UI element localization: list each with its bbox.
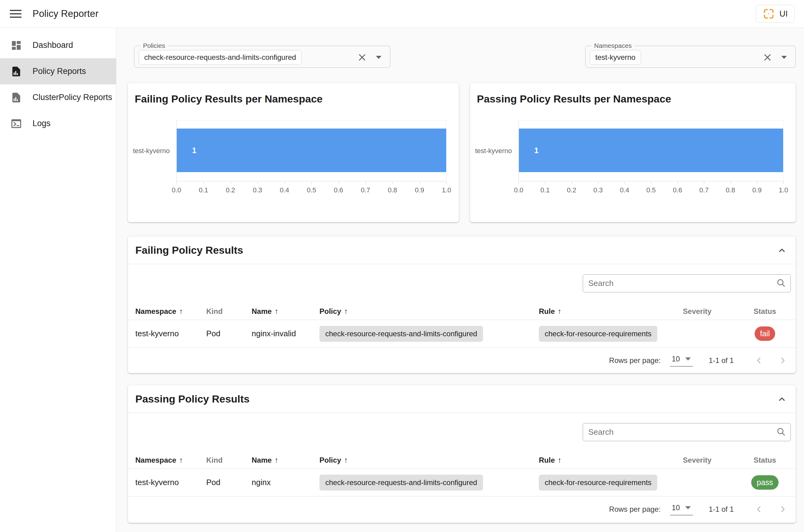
sidebar-item-label: Dashboard xyxy=(33,40,73,50)
search-field xyxy=(583,274,791,292)
sidebar-item-clusterpolicy-reports[interactable]: ClusterPolicy Reports xyxy=(0,84,116,111)
sort-asc-icon: ↑ xyxy=(179,307,183,316)
rule-chip[interactable]: check-for-resource-requirements xyxy=(539,475,657,491)
passing-chart-card: Passing Policy Results per Namespace tes… xyxy=(470,83,796,222)
cell-namespace: test-kyverno xyxy=(128,478,199,487)
ui-button-label: UI xyxy=(780,9,788,19)
cell-policy: check-resource-requests-and-limits-confi… xyxy=(312,475,531,491)
table-row[interactable]: test-kyverno Pod nginx-invalid check-res… xyxy=(128,320,796,348)
namespaces-filter[interactable]: Namespaces test-kyverno xyxy=(585,42,796,68)
cell-rule: check-for-resource-requirements xyxy=(531,326,660,342)
clear-namespaces-icon[interactable] xyxy=(763,53,772,62)
sidebar-item-policy-reports[interactable]: Policy Reports xyxy=(0,58,116,84)
menu-button[interactable] xyxy=(8,8,23,19)
column-header-status[interactable]: Status xyxy=(734,307,796,316)
policies-dropdown-caret-icon[interactable] xyxy=(375,55,382,59)
column-header-policy[interactable]: Policy↑ xyxy=(312,307,531,316)
section-title: Passing Policy Results xyxy=(135,393,777,405)
policy-filter-chip[interactable]: check-resource-requests-and-limits-confi… xyxy=(139,50,302,65)
section-title: Failing Policy Results xyxy=(135,244,777,256)
main-content: Policies check-resource-requests-and-lim… xyxy=(116,28,804,532)
clear-policies-icon[interactable] xyxy=(357,53,367,62)
column-header-severity[interactable]: Severity xyxy=(660,307,734,316)
search-icon[interactable] xyxy=(776,427,786,438)
namespace-filter-chip[interactable]: test-kyverno xyxy=(590,50,641,65)
sidebar-item-label: Policy Reports xyxy=(33,66,86,76)
chart-title: Passing Policy Results per Namespace xyxy=(477,93,671,105)
table-header-row: Namespace↑ Kind Name↑ Policy↑ Rule↑ Seve… xyxy=(128,303,796,320)
page-range-label: 1-1 of 1 xyxy=(709,505,734,514)
column-header-name[interactable]: Name↑ xyxy=(244,307,312,316)
chart-bar[interactable]: 1 xyxy=(519,129,783,172)
previous-page-chevron-icon[interactable] xyxy=(754,356,764,365)
sort-asc-icon: ↑ xyxy=(558,456,562,464)
chart-plot-area: 1 xyxy=(519,120,783,181)
dashboard-icon xyxy=(11,40,22,51)
cell-policy: check-resource-requests-and-limits-confi… xyxy=(312,326,531,342)
hamburger-icon xyxy=(10,10,21,11)
chart-bar[interactable]: 1 xyxy=(177,129,446,172)
chart-title: Failing Policy Results per Namespace xyxy=(135,93,322,105)
status-badge: fail xyxy=(754,326,775,341)
policies-filter[interactable]: Policies check-resource-requests-and-lim… xyxy=(134,42,390,68)
policy-reporter-app: Policy Reporter UI Dashboard xyxy=(0,0,804,532)
next-page-chevron-icon[interactable] xyxy=(778,505,788,514)
policies-filter-label: Policies xyxy=(141,42,168,50)
table-pagination: Rows per page: 10 1-1 of 1 xyxy=(128,496,796,522)
column-header-status[interactable]: Status xyxy=(734,456,796,464)
chart-category-label: test-kyverno xyxy=(470,120,512,181)
previous-page-chevron-icon[interactable] xyxy=(754,505,764,514)
column-header-namespace[interactable]: Namespace↑ xyxy=(128,456,199,464)
rows-per-page-select[interactable]: 10 xyxy=(670,355,693,367)
sidebar: Dashboard Policy Reports xyxy=(0,28,116,532)
ui-version-button[interactable]: UI xyxy=(756,5,795,23)
bar-value-label: 1 xyxy=(192,146,197,155)
chart-plot-area: 1 xyxy=(176,120,447,181)
search-icon[interactable] xyxy=(776,278,786,289)
policy-chip[interactable]: check-resource-requests-and-limits-confi… xyxy=(319,326,483,342)
sort-asc-icon: ↑ xyxy=(344,307,348,316)
sidebar-item-dashboard[interactable]: Dashboard xyxy=(0,32,116,58)
column-header-rule[interactable]: Rule↑ xyxy=(531,456,660,464)
cell-rule: check-for-resource-requirements xyxy=(531,475,660,491)
rows-per-page-label: Rows per page: xyxy=(609,505,661,514)
search-input[interactable] xyxy=(583,423,776,441)
search-input[interactable] xyxy=(583,274,776,292)
cell-name: nginx xyxy=(244,478,312,487)
column-header-severity[interactable]: Severity xyxy=(660,456,734,464)
rows-per-page-select[interactable]: 10 xyxy=(670,504,693,515)
column-header-kind[interactable]: Kind xyxy=(199,456,244,464)
column-header-rule[interactable]: Rule↑ xyxy=(531,307,660,316)
caret-down-icon xyxy=(685,357,691,361)
policy-chip[interactable]: check-resource-requests-and-limits-confi… xyxy=(319,475,483,491)
x-axis-tickmarks xyxy=(176,181,447,184)
sidebar-item-logs[interactable]: Logs xyxy=(0,111,116,136)
cell-namespace: test-kyverno xyxy=(128,329,199,338)
cell-kind: Pod xyxy=(199,329,244,338)
rule-chip[interactable]: check-for-resource-requirements xyxy=(539,326,657,342)
table-header-row: Namespace↑ Kind Name↑ Policy↑ Rule↑ Seve… xyxy=(128,452,796,469)
passing-results-card: Passing Policy Results Namespace↑ Kind N… xyxy=(128,385,796,523)
column-header-policy[interactable]: Policy↑ xyxy=(312,456,531,464)
sort-asc-icon: ↑ xyxy=(274,307,278,316)
x-axis-tickmarks xyxy=(519,181,783,184)
app-header: Policy Reporter UI xyxy=(0,0,804,28)
namespaces-dropdown-caret-icon[interactable] xyxy=(781,55,787,59)
collapse-chevron-up-icon[interactable] xyxy=(777,395,786,404)
search-field xyxy=(583,423,791,441)
sort-asc-icon: ↑ xyxy=(274,456,278,464)
rows-per-page-label: Rows per page: xyxy=(609,356,661,365)
column-header-name[interactable]: Name↑ xyxy=(244,456,312,464)
collapse-chevron-up-icon[interactable] xyxy=(777,246,786,255)
terminal-icon xyxy=(11,118,22,130)
table-row[interactable]: test-kyverno Pod nginx check-resource-re… xyxy=(128,469,796,496)
column-header-namespace[interactable]: Namespace↑ xyxy=(128,307,199,316)
table-pagination: Rows per page: 10 1-1 of 1 xyxy=(128,348,796,373)
sidebar-item-label: Logs xyxy=(33,119,51,128)
column-header-kind[interactable]: Kind xyxy=(199,307,244,316)
cell-kind: Pod xyxy=(199,478,244,487)
file-chart-icon xyxy=(11,92,22,103)
failing-chart-card: Failing Policy Results per Namespace tes… xyxy=(128,83,459,222)
caret-down-icon xyxy=(685,506,691,510)
next-page-chevron-icon[interactable] xyxy=(778,356,788,365)
